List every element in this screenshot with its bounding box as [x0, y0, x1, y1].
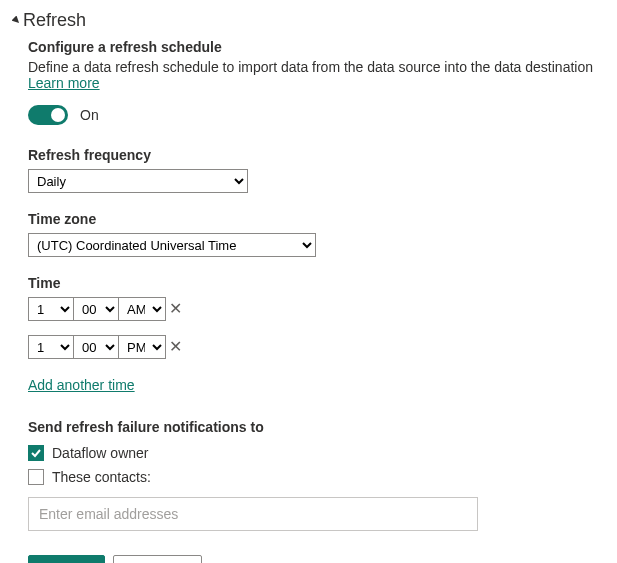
owner-checkbox-label: Dataflow owner	[52, 445, 149, 461]
section-subtitle: Configure a refresh schedule	[28, 39, 605, 55]
time-row: 1 00 PM ✕	[28, 335, 605, 359]
remove-time-icon[interactable]: ✕	[169, 339, 182, 355]
time-row: 1 00 AM ✕	[28, 297, 605, 321]
time-hour-select[interactable]: 1	[28, 297, 74, 321]
discard-button[interactable]: Discard	[113, 555, 202, 563]
notifications-label: Send refresh failure notifications to	[28, 419, 605, 435]
section-description: Define a data refresh schedule to import…	[28, 59, 605, 91]
contacts-checkbox-label: These contacts:	[52, 469, 151, 485]
time-hour-select[interactable]: 1	[28, 335, 74, 359]
check-icon	[30, 447, 42, 459]
toggle-label: On	[80, 107, 99, 123]
apply-button[interactable]: Apply	[28, 555, 105, 563]
refresh-toggle[interactable]	[28, 105, 68, 125]
time-minute-select[interactable]: 00	[73, 335, 119, 359]
collapse-arrow-icon	[12, 15, 21, 27]
time-ampm-select[interactable]: AM	[118, 297, 166, 321]
frequency-label: Refresh frequency	[28, 147, 605, 163]
owner-checkbox[interactable]	[28, 445, 44, 461]
contacts-email-input[interactable]	[28, 497, 478, 531]
description-text: Define a data refresh schedule to import…	[28, 59, 593, 75]
remove-time-icon[interactable]: ✕	[169, 301, 182, 317]
section-header[interactable]: Refresh	[12, 10, 605, 31]
timezone-select[interactable]: (UTC) Coordinated Universal Time	[28, 233, 316, 257]
learn-more-link[interactable]: Learn more	[28, 75, 100, 91]
time-ampm-select[interactable]: PM	[118, 335, 166, 359]
time-label: Time	[28, 275, 605, 291]
timezone-label: Time zone	[28, 211, 605, 227]
section-title: Refresh	[23, 10, 86, 31]
time-minute-select[interactable]: 00	[73, 297, 119, 321]
frequency-select[interactable]: Daily	[28, 169, 248, 193]
add-time-link[interactable]: Add another time	[28, 377, 135, 393]
contacts-checkbox[interactable]	[28, 469, 44, 485]
